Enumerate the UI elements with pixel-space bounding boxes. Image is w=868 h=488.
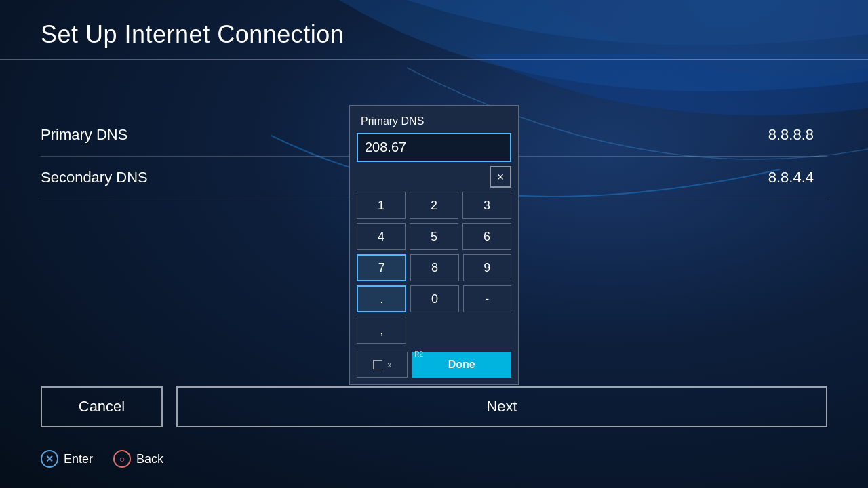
key-4[interactable]: 4 (357, 223, 406, 250)
close-button[interactable]: × (490, 166, 511, 188)
key-3[interactable]: 3 (462, 192, 511, 219)
key-empty-2 (463, 317, 511, 344)
next-button[interactable]: Next (176, 386, 827, 427)
numpad-row-2: 4 5 6 (357, 223, 511, 250)
footer-hints: ✕ Enter ○ Back (41, 450, 163, 468)
key-0[interactable]: 0 (410, 285, 458, 312)
key-empty-1 (410, 317, 458, 344)
page-content: Set Up Internet Connection Primary DNS 8… (0, 0, 868, 488)
primary-dns-value: 8.8.8.8 (768, 126, 814, 144)
back-hint-label: Back (136, 452, 163, 466)
backspace-button[interactable]: x (357, 352, 408, 378)
action-buttons: Cancel Next (41, 386, 827, 427)
dns-input-dialog: Primary DNS × 1 2 3 4 5 6 7 8 (349, 105, 519, 385)
key-8[interactable]: 8 (410, 254, 458, 281)
dialog-bottom-bar: x R2 Done (350, 352, 518, 384)
dialog-title: Primary DNS (350, 106, 518, 133)
key-5[interactable]: 5 (410, 223, 458, 250)
cancel-button[interactable]: Cancel (41, 386, 163, 427)
key-dash[interactable]: - (463, 285, 511, 312)
enter-hint-label: Enter (64, 452, 93, 466)
numpad-row-1: 1 2 3 (357, 192, 511, 219)
close-row: × (350, 166, 518, 192)
r2-label: R2 (414, 350, 423, 358)
backspace-label: x (387, 361, 391, 369)
o-button-icon: ○ (113, 450, 131, 468)
dns-input-field[interactable] (357, 133, 511, 162)
key-6[interactable]: 6 (462, 223, 511, 250)
primary-dns-label: Primary DNS (41, 126, 127, 144)
numpad-row-5: , (357, 317, 511, 344)
numpad-row-4: . 0 - (357, 285, 511, 312)
square-controller-icon (373, 360, 382, 369)
key-2[interactable]: 2 (410, 192, 458, 219)
key-9[interactable]: 9 (463, 254, 511, 281)
secondary-dns-label: Secondary DNS (41, 169, 148, 186)
key-1[interactable]: 1 (357, 192, 406, 219)
done-button[interactable]: Done (412, 352, 511, 378)
done-button-wrapper: R2 Done (412, 352, 511, 378)
secondary-dns-value: 8.8.4.4 (768, 169, 814, 186)
key-comma[interactable]: , (357, 317, 406, 344)
enter-hint: ✕ Enter (41, 450, 93, 468)
back-hint: ○ Back (113, 450, 163, 468)
header: Set Up Internet Connection (0, 0, 868, 60)
numpad-row-3: 7 8 9 (357, 254, 511, 281)
page-title: Set Up Internet Connection (41, 20, 827, 49)
key-7[interactable]: 7 (357, 254, 406, 281)
numpad: 1 2 3 4 5 6 7 8 9 . 0 - (350, 192, 518, 352)
x-button-icon: ✕ (41, 450, 58, 468)
key-dot[interactable]: . (357, 285, 406, 312)
